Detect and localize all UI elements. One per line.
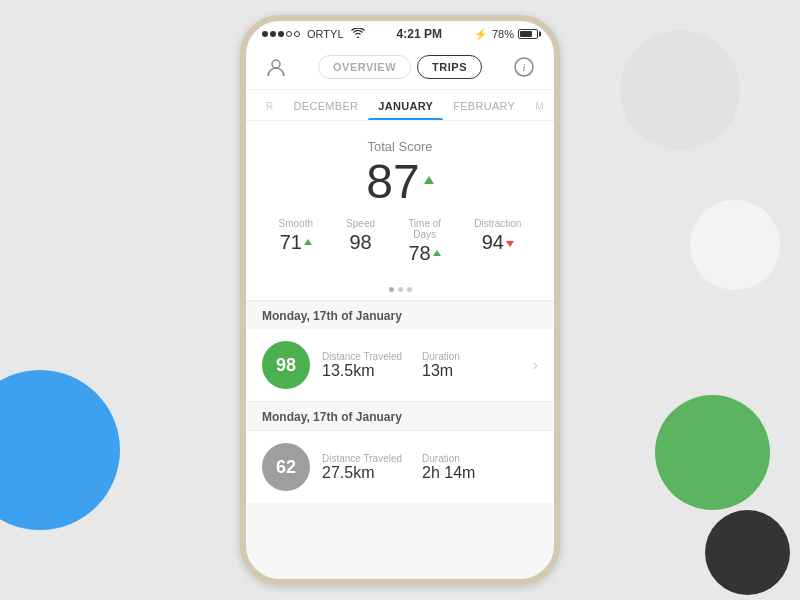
signal-dot-2 (270, 31, 276, 37)
metric-speed: Speed 98 (346, 218, 375, 265)
trip-2-stats-row: Distance Traveled 27.5km Duration 2h 14m (322, 453, 538, 482)
trip-2-duration: Duration 2h 14m (422, 453, 475, 482)
signal-dot-4 (286, 31, 292, 37)
trip-2-distance-value: 27.5km (322, 464, 402, 482)
trip-1-details: Distance Traveled 13.5km Duration 13m (322, 351, 521, 380)
month-tab-february[interactable]: FEBRUARY (443, 90, 525, 120)
phone-frame: ORTYL 4:21 PM ⚡ 78% (240, 15, 560, 585)
score-section: Total Score 87 Smooth 71 Speed 98 (246, 121, 554, 279)
month-tabs: R DECEMBER JANUARY FEBRUARY M (246, 90, 554, 121)
metric-tod-arrow (433, 250, 441, 256)
trip-2-details: Distance Traveled 27.5km Duration 2h 14m (322, 453, 538, 482)
trips-tab[interactable]: TRIPS (417, 55, 482, 79)
signal-dot-3 (278, 31, 284, 37)
month-tab-december[interactable]: DECEMBER (284, 90, 369, 120)
month-tab-partial-right[interactable]: M (525, 91, 554, 120)
trip-1-duration-value: 13m (422, 362, 460, 380)
bg-circle-white (690, 200, 780, 290)
trip-1-chevron[interactable]: › (533, 356, 538, 374)
battery-fill (520, 31, 532, 37)
metric-smooth-value: 71 (279, 231, 313, 254)
trip-2-day-suffix: , 17th of January (306, 410, 401, 424)
svg-text:i: i (522, 61, 525, 73)
bg-circle-gray (620, 30, 740, 150)
total-score-value: 87 (262, 158, 538, 206)
info-icon[interactable]: i (510, 53, 538, 81)
page-dots (246, 279, 554, 301)
wifi-icon (351, 28, 365, 40)
nav-bar: OVERVIEW TRIPS i (246, 45, 554, 90)
metric-smooth-arrow (304, 239, 312, 245)
metric-tod-value: 78 (408, 242, 441, 265)
bluetooth-icon: ⚡ (474, 28, 488, 41)
trip-1-duration-label: Duration (422, 351, 460, 362)
bg-circle-green (655, 395, 770, 510)
trip-1-score-circle: 98 (262, 341, 310, 389)
signal-dot-5 (294, 31, 300, 37)
bg-circle-blue (0, 370, 120, 530)
trip-2-distance: Distance Traveled 27.5km (322, 453, 402, 482)
trip-1-distance-label: Distance Traveled (322, 351, 402, 362)
trip-1-day: Monday (262, 309, 306, 323)
trip-2-header: Monday, 17th of January (246, 402, 554, 430)
trip-1-item[interactable]: 98 Distance Traveled 13.5km Duration 13m (246, 329, 554, 402)
trip-1-duration: Duration 13m (422, 351, 460, 380)
trips-list: Monday, 17th of January 98 Distance Trav… (246, 301, 554, 579)
status-bar: ORTYL 4:21 PM ⚡ 78% (246, 21, 554, 45)
svg-point-0 (272, 60, 280, 68)
trip-2-score-circle: 62 (262, 443, 310, 491)
metric-distraction-label: Distraction (474, 218, 521, 229)
dot-1 (389, 287, 394, 292)
trip-2-item[interactable]: 62 Distance Traveled 27.5km Duration 2h … (246, 430, 554, 503)
battery-icon (518, 29, 538, 39)
metric-time-of-days: Time ofDays 78 (408, 218, 441, 265)
metric-speed-value: 98 (346, 231, 375, 254)
status-left: ORTYL (262, 28, 365, 40)
trip-1-stats-row: Distance Traveled 13.5km Duration 13m (322, 351, 521, 380)
total-score-number: 87 (366, 158, 419, 206)
total-score-label: Total Score (262, 139, 538, 154)
metric-smooth: Smooth 71 (279, 218, 313, 265)
trip-2-duration-value: 2h 14m (422, 464, 475, 482)
trip-2-day: Monday (262, 410, 306, 424)
trip-2-duration-label: Duration (422, 453, 475, 464)
score-metrics: Smooth 71 Speed 98 Time ofDays 78 (262, 218, 538, 265)
trip-2-distance-label: Distance Traveled (322, 453, 402, 464)
metric-distraction-value: 94 (474, 231, 521, 254)
trip-1-header: Monday, 17th of January (246, 301, 554, 329)
trip-1-day-suffix: , 17th of January (306, 309, 401, 323)
metric-distraction-arrow (506, 241, 514, 247)
status-right: ⚡ 78% (474, 28, 538, 41)
dot-2 (398, 287, 403, 292)
phone-screen: ORTYL 4:21 PM ⚡ 78% (246, 21, 554, 579)
trip-1-distance: Distance Traveled 13.5km (322, 351, 402, 380)
carrier-name: ORTYL (307, 28, 343, 40)
overview-tab[interactable]: OVERVIEW (318, 55, 411, 79)
metric-speed-label: Speed (346, 218, 375, 229)
profile-icon[interactable] (262, 53, 290, 81)
metric-tod-label: Time ofDays (408, 218, 441, 240)
metric-smooth-label: Smooth (279, 218, 313, 229)
trip-2-score: 62 (276, 457, 296, 478)
trip-1-distance-value: 13.5km (322, 362, 402, 380)
month-tab-partial-left[interactable]: R (256, 91, 284, 120)
bg-circle-dark (705, 510, 790, 595)
month-tab-january[interactable]: JANUARY (368, 90, 443, 120)
status-time: 4:21 PM (397, 27, 442, 41)
total-score-arrow-up (424, 176, 434, 184)
nav-tabs: OVERVIEW TRIPS (318, 55, 482, 79)
trip-1-score: 98 (276, 355, 296, 376)
signal-dot-1 (262, 31, 268, 37)
metric-distraction: Distraction 94 (474, 218, 521, 265)
battery-percent: 78% (492, 28, 514, 40)
dot-3 (407, 287, 412, 292)
